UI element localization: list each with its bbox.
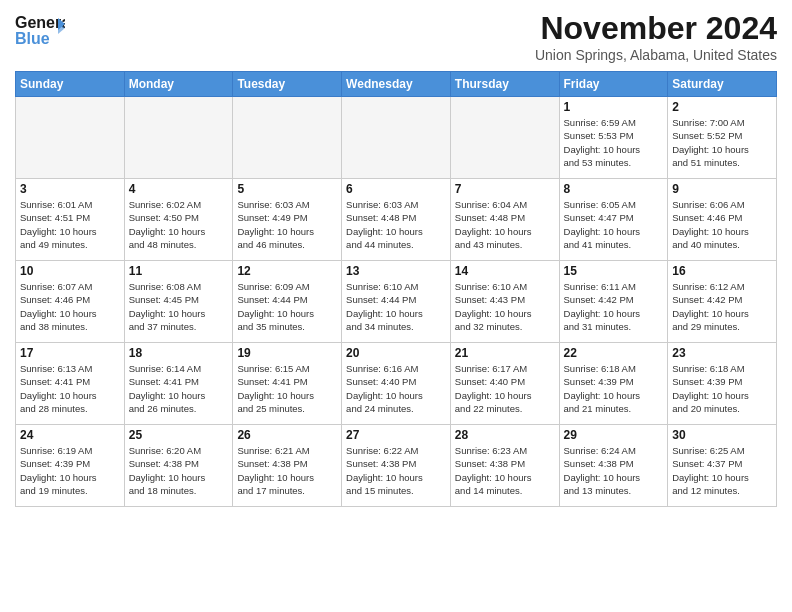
table-row: 8Sunrise: 6:05 AM Sunset: 4:47 PM Daylig… bbox=[559, 179, 668, 261]
table-row: 16Sunrise: 6:12 AM Sunset: 4:42 PM Dayli… bbox=[668, 261, 777, 343]
table-row bbox=[124, 97, 233, 179]
day-number: 29 bbox=[564, 428, 664, 442]
col-monday: Monday bbox=[124, 72, 233, 97]
day-info: Sunrise: 6:25 AM Sunset: 4:37 PM Dayligh… bbox=[672, 444, 772, 497]
day-number: 10 bbox=[20, 264, 120, 278]
day-info: Sunrise: 6:09 AM Sunset: 4:44 PM Dayligh… bbox=[237, 280, 337, 333]
day-number: 22 bbox=[564, 346, 664, 360]
col-friday: Friday bbox=[559, 72, 668, 97]
col-saturday: Saturday bbox=[668, 72, 777, 97]
day-number: 13 bbox=[346, 264, 446, 278]
table-row: 19Sunrise: 6:15 AM Sunset: 4:41 PM Dayli… bbox=[233, 343, 342, 425]
day-info: Sunrise: 6:10 AM Sunset: 4:44 PM Dayligh… bbox=[346, 280, 446, 333]
day-number: 28 bbox=[455, 428, 555, 442]
day-info: Sunrise: 6:22 AM Sunset: 4:38 PM Dayligh… bbox=[346, 444, 446, 497]
day-number: 8 bbox=[564, 182, 664, 196]
calendar-week-row: 17Sunrise: 6:13 AM Sunset: 4:41 PM Dayli… bbox=[16, 343, 777, 425]
page-container: General Blue November 2024 Union Springs… bbox=[0, 0, 792, 612]
day-number: 21 bbox=[455, 346, 555, 360]
day-info: Sunrise: 6:20 AM Sunset: 4:38 PM Dayligh… bbox=[129, 444, 229, 497]
logo: General Blue bbox=[15, 10, 65, 54]
day-number: 30 bbox=[672, 428, 772, 442]
calendar-table: Sunday Monday Tuesday Wednesday Thursday… bbox=[15, 71, 777, 507]
day-info: Sunrise: 6:59 AM Sunset: 5:53 PM Dayligh… bbox=[564, 116, 664, 169]
table-row: 11Sunrise: 6:08 AM Sunset: 4:45 PM Dayli… bbox=[124, 261, 233, 343]
day-info: Sunrise: 7:00 AM Sunset: 5:52 PM Dayligh… bbox=[672, 116, 772, 169]
month-title: November 2024 bbox=[535, 10, 777, 47]
day-number: 14 bbox=[455, 264, 555, 278]
day-number: 25 bbox=[129, 428, 229, 442]
col-thursday: Thursday bbox=[450, 72, 559, 97]
day-info: Sunrise: 6:04 AM Sunset: 4:48 PM Dayligh… bbox=[455, 198, 555, 251]
day-info: Sunrise: 6:24 AM Sunset: 4:38 PM Dayligh… bbox=[564, 444, 664, 497]
day-info: Sunrise: 6:06 AM Sunset: 4:46 PM Dayligh… bbox=[672, 198, 772, 251]
day-number: 1 bbox=[564, 100, 664, 114]
table-row: 15Sunrise: 6:11 AM Sunset: 4:42 PM Dayli… bbox=[559, 261, 668, 343]
day-number: 23 bbox=[672, 346, 772, 360]
day-number: 7 bbox=[455, 182, 555, 196]
logo-icon: General Blue bbox=[15, 10, 65, 54]
calendar-header-row: Sunday Monday Tuesday Wednesday Thursday… bbox=[16, 72, 777, 97]
day-info: Sunrise: 6:18 AM Sunset: 4:39 PM Dayligh… bbox=[564, 362, 664, 415]
table-row: 24Sunrise: 6:19 AM Sunset: 4:39 PM Dayli… bbox=[16, 425, 125, 507]
day-number: 4 bbox=[129, 182, 229, 196]
table-row: 29Sunrise: 6:24 AM Sunset: 4:38 PM Dayli… bbox=[559, 425, 668, 507]
day-number: 20 bbox=[346, 346, 446, 360]
day-info: Sunrise: 6:01 AM Sunset: 4:51 PM Dayligh… bbox=[20, 198, 120, 251]
day-number: 16 bbox=[672, 264, 772, 278]
table-row: 23Sunrise: 6:18 AM Sunset: 4:39 PM Dayli… bbox=[668, 343, 777, 425]
table-row: 1Sunrise: 6:59 AM Sunset: 5:53 PM Daylig… bbox=[559, 97, 668, 179]
day-info: Sunrise: 6:07 AM Sunset: 4:46 PM Dayligh… bbox=[20, 280, 120, 333]
calendar-week-row: 24Sunrise: 6:19 AM Sunset: 4:39 PM Dayli… bbox=[16, 425, 777, 507]
day-info: Sunrise: 6:02 AM Sunset: 4:50 PM Dayligh… bbox=[129, 198, 229, 251]
title-section: November 2024 Union Springs, Alabama, Un… bbox=[535, 10, 777, 63]
day-info: Sunrise: 6:05 AM Sunset: 4:47 PM Dayligh… bbox=[564, 198, 664, 251]
day-number: 9 bbox=[672, 182, 772, 196]
day-info: Sunrise: 6:08 AM Sunset: 4:45 PM Dayligh… bbox=[129, 280, 229, 333]
day-info: Sunrise: 6:17 AM Sunset: 4:40 PM Dayligh… bbox=[455, 362, 555, 415]
day-number: 12 bbox=[237, 264, 337, 278]
table-row: 30Sunrise: 6:25 AM Sunset: 4:37 PM Dayli… bbox=[668, 425, 777, 507]
day-info: Sunrise: 6:13 AM Sunset: 4:41 PM Dayligh… bbox=[20, 362, 120, 415]
table-row: 5Sunrise: 6:03 AM Sunset: 4:49 PM Daylig… bbox=[233, 179, 342, 261]
table-row: 4Sunrise: 6:02 AM Sunset: 4:50 PM Daylig… bbox=[124, 179, 233, 261]
day-number: 3 bbox=[20, 182, 120, 196]
day-number: 11 bbox=[129, 264, 229, 278]
day-info: Sunrise: 6:19 AM Sunset: 4:39 PM Dayligh… bbox=[20, 444, 120, 497]
day-number: 18 bbox=[129, 346, 229, 360]
table-row: 22Sunrise: 6:18 AM Sunset: 4:39 PM Dayli… bbox=[559, 343, 668, 425]
table-row bbox=[16, 97, 125, 179]
day-number: 24 bbox=[20, 428, 120, 442]
day-info: Sunrise: 6:10 AM Sunset: 4:43 PM Dayligh… bbox=[455, 280, 555, 333]
day-info: Sunrise: 6:18 AM Sunset: 4:39 PM Dayligh… bbox=[672, 362, 772, 415]
day-number: 26 bbox=[237, 428, 337, 442]
day-info: Sunrise: 6:03 AM Sunset: 4:49 PM Dayligh… bbox=[237, 198, 337, 251]
day-info: Sunrise: 6:15 AM Sunset: 4:41 PM Dayligh… bbox=[237, 362, 337, 415]
col-wednesday: Wednesday bbox=[342, 72, 451, 97]
table-row bbox=[450, 97, 559, 179]
table-row: 17Sunrise: 6:13 AM Sunset: 4:41 PM Dayli… bbox=[16, 343, 125, 425]
col-tuesday: Tuesday bbox=[233, 72, 342, 97]
table-row: 7Sunrise: 6:04 AM Sunset: 4:48 PM Daylig… bbox=[450, 179, 559, 261]
day-info: Sunrise: 6:16 AM Sunset: 4:40 PM Dayligh… bbox=[346, 362, 446, 415]
location-subtitle: Union Springs, Alabama, United States bbox=[535, 47, 777, 63]
day-number: 5 bbox=[237, 182, 337, 196]
table-row: 6Sunrise: 6:03 AM Sunset: 4:48 PM Daylig… bbox=[342, 179, 451, 261]
table-row: 3Sunrise: 6:01 AM Sunset: 4:51 PM Daylig… bbox=[16, 179, 125, 261]
table-row: 13Sunrise: 6:10 AM Sunset: 4:44 PM Dayli… bbox=[342, 261, 451, 343]
svg-text:Blue: Blue bbox=[15, 30, 50, 47]
day-number: 19 bbox=[237, 346, 337, 360]
table-row bbox=[342, 97, 451, 179]
calendar-week-row: 10Sunrise: 6:07 AM Sunset: 4:46 PM Dayli… bbox=[16, 261, 777, 343]
table-row bbox=[233, 97, 342, 179]
table-row: 21Sunrise: 6:17 AM Sunset: 4:40 PM Dayli… bbox=[450, 343, 559, 425]
day-info: Sunrise: 6:12 AM Sunset: 4:42 PM Dayligh… bbox=[672, 280, 772, 333]
day-number: 6 bbox=[346, 182, 446, 196]
day-info: Sunrise: 6:03 AM Sunset: 4:48 PM Dayligh… bbox=[346, 198, 446, 251]
table-row: 9Sunrise: 6:06 AM Sunset: 4:46 PM Daylig… bbox=[668, 179, 777, 261]
table-row: 27Sunrise: 6:22 AM Sunset: 4:38 PM Dayli… bbox=[342, 425, 451, 507]
calendar-week-row: 3Sunrise: 6:01 AM Sunset: 4:51 PM Daylig… bbox=[16, 179, 777, 261]
day-info: Sunrise: 6:14 AM Sunset: 4:41 PM Dayligh… bbox=[129, 362, 229, 415]
page-header: General Blue November 2024 Union Springs… bbox=[15, 10, 777, 63]
day-number: 17 bbox=[20, 346, 120, 360]
